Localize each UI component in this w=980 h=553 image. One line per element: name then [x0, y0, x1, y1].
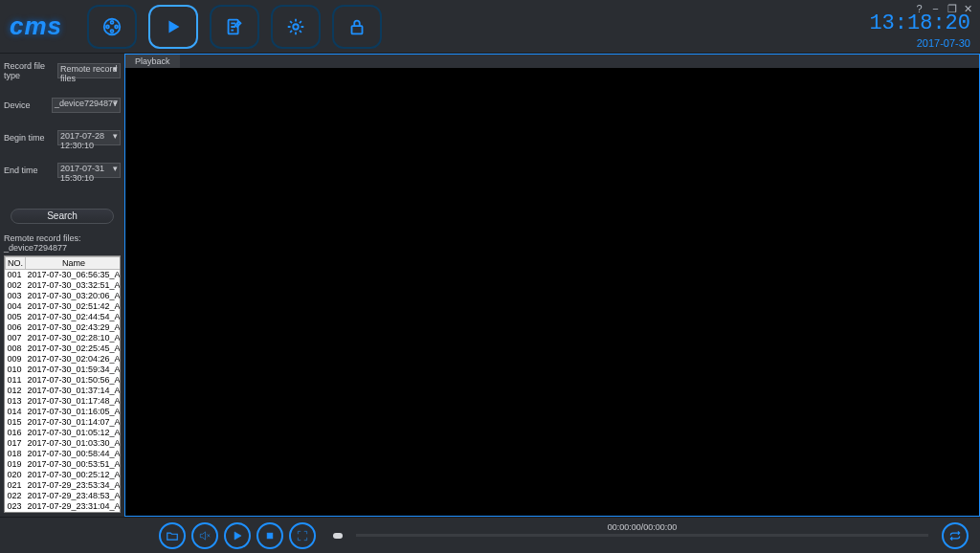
cell-name: 2017-07-30_02:25:45_A [26, 343, 121, 354]
cell-name: 2017-07-30_02:44:54_A [26, 312, 121, 322]
film-reel-icon [101, 16, 122, 37]
fullscreen-button[interactable] [289, 522, 316, 549]
table-row[interactable]: 0032017-07-30_03:20:06_A [6, 291, 122, 301]
svg-rect-7 [352, 26, 363, 33]
speaker-mute-icon [198, 529, 212, 542]
playback-button[interactable] [148, 5, 198, 49]
svg-rect-8 [267, 533, 273, 539]
table-row[interactable]: 0162017-07-30_01:05:12_A [6, 428, 122, 438]
cell-no: 016 [6, 428, 26, 438]
end-time-input[interactable]: 2017-07-31 15:30:10 [57, 163, 121, 178]
settings-button[interactable] [271, 5, 321, 49]
col-name-header[interactable]: Name [26, 257, 121, 270]
table-row[interactable]: 0182017-07-30_00:58:44_A [6, 449, 122, 459]
loop-icon [948, 529, 962, 542]
cell-name: 2017-07-30_01:03:30_A [26, 438, 121, 449]
clock-time: 13:18:20 [869, 11, 970, 35]
cell-no: 014 [6, 407, 26, 417]
table-row[interactable]: 0112017-07-30_01:50:56_A [6, 375, 122, 386]
table-row[interactable]: 0062017-07-30_02:43:29_A [6, 322, 122, 333]
control-group [159, 522, 316, 549]
table-row[interactable]: 0192017-07-30_00:53:51_A [6, 459, 122, 470]
cell-no: 008 [6, 343, 26, 354]
table-row[interactable]: 0102017-07-30_01:59:34_A [6, 365, 122, 375]
progress-bar[interactable]: 00:00:00/00:00:00 [356, 534, 928, 537]
begin-time-input[interactable]: 2017-07-28 12:30:10 [57, 130, 121, 145]
cell-name: 2017-07-30_00:58:44_A [26, 449, 121, 459]
video-tab[interactable]: Playback [125, 55, 180, 68]
lock-icon [346, 16, 368, 37]
svg-point-2 [106, 25, 109, 28]
table-row[interactable]: 0212017-07-29_23:53:34_A [6, 480, 122, 491]
device-label: Device [4, 100, 52, 110]
cell-no: 010 [6, 365, 26, 375]
cell-no: 003 [6, 291, 26, 301]
clock: 13:18:20 2017-07-30 [869, 11, 970, 49]
timecode: 00:00:00/00:00:00 [608, 522, 678, 532]
cell-no: 017 [6, 438, 26, 449]
table-row[interactable]: 0012017-07-30_06:56:35_A [6, 270, 122, 281]
table-row[interactable]: 0132017-07-30_01:17:48_A [6, 396, 122, 407]
table-row[interactable]: 0022017-07-30_03:32:51_A [6, 280, 122, 291]
table-row[interactable]: 0122017-07-30_01:37:14_A [6, 386, 122, 396]
cell-no: 018 [6, 449, 26, 459]
cell-no: 024 [6, 512, 26, 513]
table-row[interactable]: 0242017-07-29_23:21:27_A [6, 512, 122, 513]
files-title: Remote record files: _device7294877 [4, 233, 121, 253]
cell-no: 004 [6, 301, 26, 312]
cell-name: 2017-07-30_02:43:29_A [26, 322, 121, 333]
cell-no: 012 [6, 386, 26, 396]
col-no-header[interactable]: NO. [6, 257, 26, 270]
table-row[interactable]: 0052017-07-30_02:44:54_A [6, 312, 122, 322]
cell-no: 022 [6, 491, 26, 501]
live-view-button[interactable] [87, 5, 137, 49]
header-toolbar [87, 5, 382, 49]
table-row[interactable]: 0072017-07-30_02:28:10_A [6, 333, 122, 343]
cell-name: 2017-07-29_23:21:27_A [26, 512, 121, 513]
play-button[interactable] [224, 522, 251, 549]
table-row[interactable]: 0202017-07-30_00:25:12_A [6, 470, 122, 480]
cell-name: 2017-07-30_00:25:12_A [26, 470, 121, 480]
video-area: Playback [124, 54, 980, 517]
main-area: Record file type Remote record files Dev… [0, 54, 980, 517]
loop-button[interactable] [942, 522, 969, 549]
file-table-wrap[interactable]: NO. Name 0012017-07-30_06:56:35_A0022017… [4, 255, 121, 513]
cell-name: 2017-07-30_02:28:10_A [26, 333, 121, 343]
cell-name: 2017-07-29_23:31:04_A [26, 501, 121, 512]
device-select[interactable]: _device7294877 [52, 98, 121, 113]
search-button[interactable]: Search [11, 209, 114, 224]
table-row[interactable]: 0082017-07-30_02:25:45_A [6, 343, 122, 354]
begin-time-label: Begin time [4, 133, 57, 143]
video-canvas[interactable] [125, 68, 979, 516]
header: cms ? − ❐ ✕ 13:18:20 2017-07-30 [0, 0, 980, 54]
sidebar: Record file type Remote record files Dev… [0, 54, 124, 517]
table-row[interactable]: 0172017-07-30_01:03:30_A [6, 438, 122, 449]
clock-date: 2017-07-30 [869, 37, 970, 49]
mute-button[interactable] [191, 522, 218, 549]
cell-no: 020 [6, 470, 26, 480]
cell-no: 023 [6, 501, 26, 512]
table-row[interactable]: 0092017-07-30_02:04:26_A [6, 354, 122, 365]
table-row[interactable]: 0042017-07-30_02:51:42_A [6, 301, 122, 312]
log-button[interactable] [210, 5, 259, 49]
table-row[interactable]: 0152017-07-30_01:14:07_A [6, 417, 122, 428]
cell-no: 011 [6, 375, 26, 386]
lock-button[interactable] [332, 5, 382, 49]
svg-point-3 [115, 25, 118, 28]
stop-button[interactable] [256, 522, 283, 549]
volume-slider-thumb[interactable] [333, 533, 343, 539]
expand-icon [296, 529, 309, 542]
cell-name: 2017-07-29_23:53:34_A [26, 480, 121, 491]
cell-name: 2017-07-30_01:16:05_A [26, 407, 121, 417]
cell-name: 2017-07-30_01:05:12_A [26, 428, 121, 438]
table-row[interactable]: 0232017-07-29_23:31:04_A [6, 501, 122, 512]
end-time-label: End time [4, 166, 57, 175]
cell-name: 2017-07-30_00:53:51_A [26, 459, 121, 470]
table-row[interactable]: 0142017-07-30_01:16:05_A [6, 407, 122, 417]
cell-no: 013 [6, 396, 26, 407]
open-file-button[interactable] [159, 522, 186, 549]
play-icon [231, 529, 244, 542]
table-row[interactable]: 0222017-07-29_23:48:53_A [6, 491, 122, 501]
file-type-select[interactable]: Remote record files [57, 63, 121, 78]
cell-name: 2017-07-30_01:17:48_A [26, 396, 121, 407]
